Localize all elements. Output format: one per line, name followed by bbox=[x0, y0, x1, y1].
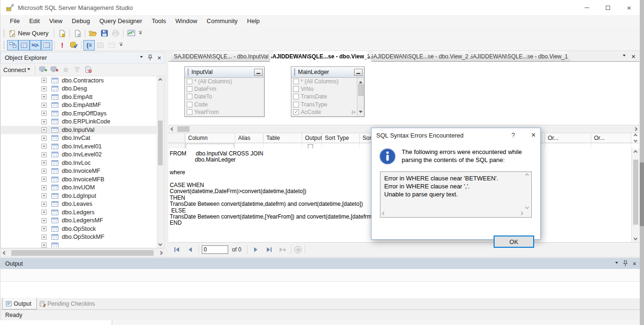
minimize-card-button[interactable] bbox=[354, 69, 363, 76]
new-query-button[interactable]: New Query bbox=[7, 28, 52, 39]
menu-file[interactable]: File bbox=[5, 15, 25, 27]
column-checkbox[interactable] bbox=[293, 102, 299, 107]
error-list-horizontal-scrollbar[interactable] bbox=[382, 211, 523, 216]
dialog-close-icon[interactable]: × bbox=[531, 131, 536, 139]
table-card-header[interactable]: MainLedger bbox=[291, 67, 364, 78]
expand-icon[interactable]: + bbox=[41, 177, 47, 182]
sql-vertical-scrollbar[interactable] bbox=[631, 148, 639, 242]
column-row[interactable]: YearFrom bbox=[185, 108, 264, 116]
menu-help[interactable]: Help bbox=[242, 15, 264, 27]
scroll-down-icon[interactable] bbox=[157, 240, 165, 248]
pin-icon[interactable] bbox=[623, 260, 628, 267]
grid-header-output[interactable]: Output bbox=[302, 133, 322, 143]
tree-item-empattmf[interactable]: +dbo.EmpAttMF bbox=[1, 101, 164, 110]
tab-inputval[interactable]: SAJIDDEWAN\SQLE... - dbo.InputVal bbox=[170, 51, 272, 61]
expand-icon[interactable]: + bbox=[41, 185, 47, 190]
column-row[interactable]: * (All Columns) bbox=[291, 78, 364, 85]
tree-item-invoicemfb[interactable]: +dbo.InvoiceMFB bbox=[1, 175, 164, 184]
scroll-left-icon[interactable] bbox=[382, 211, 386, 215]
show-sql-pane-button[interactable]: SQL bbox=[30, 40, 41, 50]
show-diagram-pane-button[interactable] bbox=[7, 40, 18, 50]
close-button[interactable]: × bbox=[619, 0, 640, 15]
tab-view1[interactable]: SAJIDDEWAN\SQLE...se - dbo.View_1* bbox=[469, 51, 570, 61]
last-record-button[interactable] bbox=[264, 244, 275, 255]
scroll-down-icon[interactable] bbox=[633, 138, 637, 142]
tree-item-inputval[interactable]: +dbo.InputVal bbox=[1, 126, 164, 134]
table-card-header[interactable]: InputVal bbox=[185, 67, 264, 78]
ok-button[interactable]: OK bbox=[494, 236, 534, 248]
previous-record-button[interactable] bbox=[184, 244, 196, 255]
disconnect-server-button[interactable] bbox=[49, 65, 60, 75]
tree-item-invlevel01[interactable]: +dbo.InvLevel01 bbox=[1, 142, 164, 151]
column-row[interactable]: TransType bbox=[291, 101, 364, 108]
expand-icon[interactable]: + bbox=[41, 119, 47, 124]
activity-monitor-button[interactable] bbox=[125, 28, 137, 39]
pin-icon[interactable] bbox=[148, 55, 153, 61]
tree-item-desg[interactable]: +dbo.Desg bbox=[1, 85, 164, 93]
column-row[interactable]: * (All Columns) bbox=[185, 78, 264, 85]
toolbar-overflow-button[interactable] bbox=[119, 43, 123, 48]
tree-item-ledgersmf[interactable]: +dbo.LedgersMF bbox=[1, 217, 164, 225]
new-file-button[interactable] bbox=[56, 28, 67, 39]
tab-list-dropdown-icon[interactable] bbox=[623, 55, 626, 58]
verify-sql-button[interactable] bbox=[68, 40, 79, 50]
grid-cell-or2[interactable] bbox=[591, 143, 631, 148]
menu-window[interactable]: Window bbox=[171, 15, 202, 27]
show-results-pane-button[interactable] bbox=[41, 40, 52, 50]
scrollbar-thumb[interactable] bbox=[633, 160, 638, 225]
expand-icon[interactable]: + bbox=[41, 243, 47, 248]
first-record-button[interactable] bbox=[171, 244, 182, 255]
scroll-right-icon[interactable] bbox=[520, 211, 523, 215]
column-row[interactable]: VrNo bbox=[291, 85, 364, 93]
connect-button[interactable]: Connect bbox=[3, 66, 26, 73]
menu-edit[interactable]: Edit bbox=[25, 15, 44, 27]
error-list-box[interactable]: Error in WHERE clause near 'BETWEEN'. Er… bbox=[380, 171, 532, 218]
expand-icon[interactable]: + bbox=[41, 136, 47, 141]
tree-item-invcat[interactable]: +dbo.InvCat bbox=[1, 134, 164, 143]
column-checkbox[interactable] bbox=[293, 94, 299, 99]
tab-view3[interactable]: SAJIDDEWAN\SQLE...se - dbo.View_3* bbox=[270, 51, 372, 62]
expand-icon[interactable]: + bbox=[41, 103, 47, 108]
expand-icon[interactable]: + bbox=[41, 235, 47, 240]
add-file-button[interactable] bbox=[72, 28, 83, 39]
connect-dropdown-icon[interactable] bbox=[27, 68, 30, 72]
expand-icon[interactable]: + bbox=[41, 86, 47, 91]
column-checkbox[interactable] bbox=[187, 79, 192, 84]
column-checkbox[interactable] bbox=[187, 94, 192, 99]
toolbar-grip[interactable] bbox=[3, 30, 5, 37]
group-by-button[interactable]: {≡ bbox=[83, 40, 95, 50]
menu-tools[interactable]: Tools bbox=[147, 15, 171, 27]
tree-item-empatt[interactable]: +dbo.EmpAtt bbox=[1, 93, 164, 101]
menu-query-designer[interactable]: Query Designer bbox=[95, 15, 147, 27]
scroll-left-icon[interactable] bbox=[168, 125, 176, 133]
column-row[interactable]: DateFrm bbox=[185, 85, 264, 93]
menu-debug[interactable]: Debug bbox=[67, 15, 94, 27]
column-checkbox[interactable] bbox=[293, 109, 299, 115]
expand-icon[interactable]: + bbox=[41, 160, 47, 165]
grid-header-column[interactable]: Column bbox=[185, 133, 235, 143]
pending-checkins-tab[interactable]: Pending Checkins bbox=[37, 298, 100, 309]
scroll-up-icon[interactable] bbox=[633, 134, 637, 138]
column-checkbox[interactable] bbox=[293, 86, 299, 92]
scroll-right-icon[interactable] bbox=[157, 249, 165, 257]
dialog-help-icon[interactable]: ? bbox=[512, 131, 515, 139]
expand-icon[interactable]: + bbox=[41, 226, 47, 231]
toolbar-overflow-button[interactable] bbox=[139, 31, 142, 36]
grid-cell-alias[interactable] bbox=[235, 143, 264, 148]
expand-icon[interactable]: + bbox=[41, 202, 47, 207]
scroll-left-icon[interactable] bbox=[0, 249, 8, 257]
tree-vertical-scrollbar[interactable] bbox=[157, 76, 164, 248]
grid-header-sort-type[interactable]: Sort Type bbox=[322, 133, 360, 143]
column-checkbox[interactable] bbox=[293, 79, 299, 84]
expand-icon[interactable]: + bbox=[41, 218, 47, 223]
tree-item-invlevel02[interactable]: +dbo.InvLevel02 bbox=[1, 151, 164, 159]
tree-item-ldginput[interactable]: +dbo.LdgInput bbox=[1, 192, 164, 200]
expand-icon[interactable]: + bbox=[41, 169, 47, 174]
execute-button[interactable]: ! bbox=[57, 40, 68, 50]
tree-item-opstock[interactable]: +dbo.OpStock bbox=[1, 225, 164, 233]
maximize-button[interactable] bbox=[597, 0, 619, 15]
expand-icon[interactable]: + bbox=[41, 78, 47, 83]
grid-cell-table[interactable] bbox=[264, 143, 302, 148]
output-tab[interactable]: Output bbox=[2, 298, 37, 309]
grid-header-or1[interactable]: Or... bbox=[545, 133, 591, 143]
